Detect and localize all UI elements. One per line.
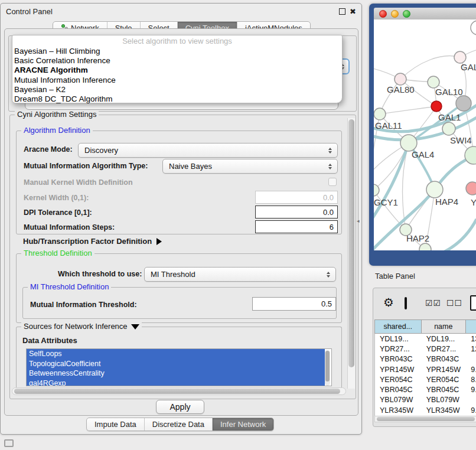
algorithm-option[interactable]: ARACNE Algorithm xyxy=(12,66,342,75)
aracne-mode-value: Discovery xyxy=(84,146,118,155)
table-row[interactable]: YPR145WYPR145W9. xyxy=(375,364,476,374)
table-panel-title: Table Panel xyxy=(375,272,415,281)
which-threshold-select[interactable]: MI Threshold xyxy=(144,267,336,282)
network-node-label: GAL11 xyxy=(375,120,402,131)
algorithm-option[interactable]: Bayesian – K2 xyxy=(12,85,342,94)
minimize-traffic-light-icon[interactable] xyxy=(391,10,399,18)
table-row[interactable]: YLR345WYLR345W9. xyxy=(375,405,476,415)
function-builder-icon[interactable] xyxy=(470,295,476,311)
data-attribute-item[interactable]: BetweennessCentrality xyxy=(27,369,325,379)
dpi-tolerance-field[interactable]: 0.0 xyxy=(255,206,338,219)
network-node-label: GAL80 xyxy=(387,84,415,94)
algorithm-option[interactable]: Basic Correlation Inference xyxy=(12,56,342,66)
network-node-gal[interactable] xyxy=(454,51,466,63)
tab-label: Infer Network xyxy=(220,420,266,429)
bottom-tab-discretize-data[interactable]: Discretize Data xyxy=(144,418,212,431)
bottom-tab-infer-network[interactable]: Infer Network xyxy=(212,418,273,431)
dpi-tolerance-label: DPI Tolerance [0,1]: xyxy=(24,208,92,217)
network-edge[interactable] xyxy=(400,56,460,79)
network-node-gal11[interactable] xyxy=(374,108,386,120)
table-row[interactable]: YBR043CYBR043C xyxy=(375,354,476,364)
mi-steps-field[interactable]: 6 xyxy=(255,220,338,233)
table-row[interactable]: YBR045CYBR045C9. xyxy=(375,384,476,394)
network-graph[interactable]: GALGAL80GAL10GAL1GAL11SWI4GAL4GCY1HAP4YH… xyxy=(374,19,476,250)
expand-right-icon xyxy=(157,238,162,245)
float-panel-icon[interactable] xyxy=(4,439,14,447)
float-window-icon[interactable] xyxy=(339,8,345,15)
data-attributes-list[interactable]: SelfLoopsTopologicalCoefficientBetweenne… xyxy=(26,348,332,386)
settings-horizontal-scrollbar[interactable] xyxy=(12,387,346,395)
which-threshold-label: Which threshold to use: xyxy=(58,270,142,278)
algorithm-definition-group: Algorithm Definition Aracne Mode: Discov… xyxy=(16,131,342,234)
table-cell: YDL19... xyxy=(375,335,422,343)
table-cell: YDR27... xyxy=(422,345,467,353)
network-node[interactable] xyxy=(456,96,471,111)
network-node-label: HAP2 xyxy=(406,233,429,243)
network-node[interactable] xyxy=(471,21,476,35)
table-row[interactable]: YDR27...YDR27...12 xyxy=(375,344,476,354)
list-scrollbar[interactable] xyxy=(325,350,330,386)
table-column-header[interactable] xyxy=(466,319,476,334)
network-node-gal4[interactable] xyxy=(400,135,417,151)
gear-icon[interactable]: ⚙ xyxy=(383,295,394,309)
aracne-mode-select[interactable]: Discovery xyxy=(78,143,338,158)
apply-button[interactable]: Apply xyxy=(156,400,204,414)
settings-group-title: Cyni Algorithm Settings xyxy=(15,110,99,119)
table-cell: YDR27... xyxy=(375,345,422,353)
network-node-gal1[interactable] xyxy=(431,101,442,112)
table-cell: YBR043C xyxy=(422,355,467,363)
data-attribute-item[interactable]: TopologicalCoefficient xyxy=(27,359,325,369)
table-cell: 13 xyxy=(466,335,476,343)
splitpane-handle[interactable]: ◂ xyxy=(357,218,360,224)
table-cell: 9. xyxy=(466,386,476,394)
table-row[interactable]: YBL079WYBL079W xyxy=(375,395,476,405)
bottom-tab-impute-data[interactable]: Impute Data xyxy=(87,418,144,431)
network-node-label: Y xyxy=(471,197,476,207)
cyni-toolbox-panel: Select algorithm to view settings Bayesi… xyxy=(4,28,358,416)
hub-definition-toggle[interactable]: Hub/Transcription Factor Definition xyxy=(23,236,162,246)
mi-threshold-field[interactable]: 0.5 xyxy=(252,297,336,311)
algorithm-option[interactable]: Mutual Information Inference xyxy=(12,76,342,85)
algorithm-option[interactable]: Dream8 DC_TDC Algorithm xyxy=(12,94,342,104)
kernel-width-field[interactable]: 0.0 xyxy=(255,191,338,204)
network-node-gal10[interactable] xyxy=(428,76,439,88)
threshold-definition-group: Threshold Definition Which threshold to … xyxy=(16,253,342,323)
network-node-swi4[interactable] xyxy=(442,122,455,135)
network-canvas[interactable]: GALGAL80GAL10GAL1GAL11SWI4GAL4GCY1HAP4YH… xyxy=(374,19,476,250)
aracne-mode-label: Aracne Mode: xyxy=(24,145,73,154)
data-attribute-item[interactable]: gal4RGexp xyxy=(27,379,325,387)
algorithm-definition-title: Algorithm Definition xyxy=(21,126,93,135)
mi-threshold-group: MI Threshold Definition Mutual Informati… xyxy=(22,287,337,319)
control-panel-titlebar: Control Panel ✖ xyxy=(1,4,361,19)
table-row[interactable]: YER054CYER054C8. xyxy=(375,374,476,384)
mi-algorithm-type-select[interactable]: Naive Bayes xyxy=(162,159,338,174)
network-edge[interactable] xyxy=(432,219,476,250)
table-cell: YDL19... xyxy=(422,335,467,343)
sources-group-title[interactable]: Sources for Network Inference xyxy=(21,322,142,331)
zoom-traffic-light-icon[interactable] xyxy=(403,10,410,18)
select-all-checkboxes-icon[interactable]: ☑☑ xyxy=(425,298,441,308)
network-node-y[interactable] xyxy=(466,182,476,195)
close-icon[interactable]: ✖ xyxy=(350,7,356,16)
deselect-all-checkboxes-icon[interactable]: ☐☐ xyxy=(446,298,462,308)
cyni-algorithm-settings-group: Cyni Algorithm Settings Algorithm Defini… xyxy=(9,115,356,399)
table-row[interactable]: YDL19...YDL19...13 xyxy=(375,334,476,344)
manual-kernel-width-checkbox[interactable] xyxy=(328,178,337,186)
network-node[interactable] xyxy=(419,243,431,250)
table-column-header[interactable]: name xyxy=(422,319,467,334)
table-column-header[interactable]: shared... xyxy=(374,319,422,334)
network-node-hap4[interactable] xyxy=(426,181,443,198)
mi-type-label: Mutual Information Algorithm Type: xyxy=(24,162,148,170)
table-horizontal-scrollbar[interactable] xyxy=(374,416,476,422)
settings-vertical-scrollbar[interactable] xyxy=(347,118,355,389)
algorithm-option[interactable]: Bayesian – Hill Climbing xyxy=(12,47,342,56)
data-attribute-item[interactable]: SelfLoops xyxy=(27,349,325,359)
close-traffic-light-icon[interactable] xyxy=(379,10,387,18)
combo-arrows-icon xyxy=(328,148,332,154)
network-node[interactable] xyxy=(465,146,476,164)
network-view-window[interactable]: GALGAL80GAL10GAL1GAL11SWI4GAL4GCY1HAP4YH… xyxy=(369,4,476,266)
columns-icon[interactable] xyxy=(405,297,407,309)
network-node-gal80[interactable] xyxy=(395,73,406,85)
table-cell: YER054C xyxy=(422,376,467,384)
network-edge[interactable] xyxy=(380,106,436,114)
